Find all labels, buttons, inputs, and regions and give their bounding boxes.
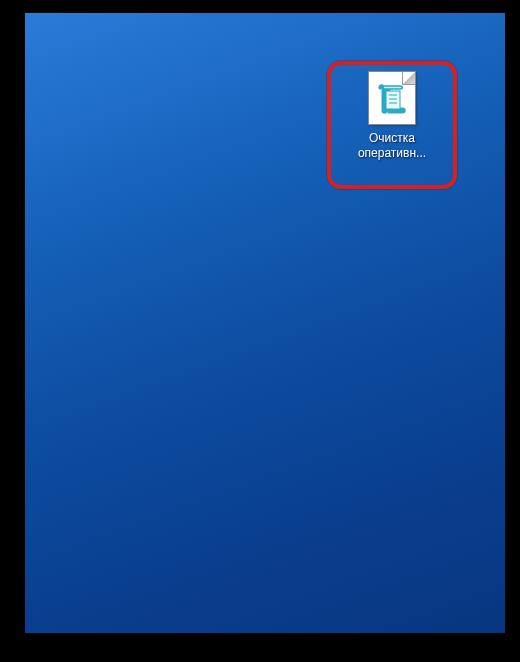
scroll-icon [374, 82, 410, 118]
svg-rect-0 [386, 91, 400, 109]
desktop-icon-script[interactable]: Очистка оперативн... [340, 71, 444, 161]
vbs-script-file-icon [368, 71, 416, 125]
icon-label-line2: оперативн... [358, 146, 426, 160]
desktop-icon-label: Очистка оперативн... [358, 131, 426, 161]
icon-label-line1: Очистка [369, 131, 415, 145]
desktop-background[interactable]: Очистка оперативн... [25, 13, 505, 633]
